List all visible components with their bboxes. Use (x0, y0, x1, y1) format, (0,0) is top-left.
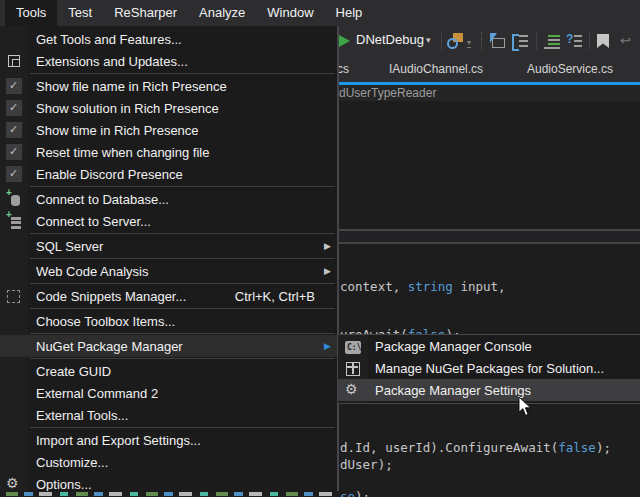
submenu-arrow-icon: ▶ (324, 341, 331, 351)
mouse-cursor (518, 396, 533, 418)
menu-item-package-manager-console[interactable]: Package Manager Console (338, 335, 640, 357)
menu-item-choose-toolbox-items[interactable]: Choose Toolbox Items... (0, 310, 337, 332)
code-line: se); (340, 489, 370, 497)
indent-lines-icon[interactable] (544, 35, 560, 49)
find-in-files-icon[interactable] (447, 33, 463, 49)
menu-bar: ToolsTestReSharperAnalyzeWindowHelp (0, 0, 640, 26)
menu-item-label: Show solution in Rich Presence (36, 101, 219, 116)
find-dropdown-icon[interactable]: ▾ (467, 38, 471, 48)
menu-item-label: Code Snippets Manager... (36, 289, 186, 304)
menu-item-show-solution-in-rich-presence[interactable]: Show solution in Rich Presence (0, 97, 337, 119)
menu-item-label: Create GUID (36, 364, 111, 379)
menu-item-label: Get Tools and Features... (36, 32, 182, 47)
menu-item-external-tools[interactable]: External Tools... (0, 404, 337, 426)
menu-item-external-command-2[interactable]: External Command 2 (0, 382, 337, 404)
menubar-item-help[interactable]: Help (325, 0, 374, 26)
code-segment: input, (453, 279, 506, 294)
menu-item-show-time-in-rich-presence[interactable]: Show time in Rich Presence (0, 119, 337, 141)
pane-splitter[interactable] (337, 242, 640, 244)
server-add-icon (6, 213, 22, 229)
menu-item-icon-slot (0, 166, 28, 182)
menu-item-label: NuGet Package Manager (36, 339, 183, 354)
gear-icon (345, 382, 361, 398)
menubar-item-window[interactable]: Window (256, 0, 324, 26)
menu-item-icon-slot (338, 339, 368, 354)
menu-item-enable-discord-presence[interactable]: Enable Discord Presence (0, 163, 337, 185)
nuget-submenu: Package Manager ConsoleManage NuGet Pack… (337, 334, 640, 404)
toolbar-separator (481, 32, 483, 50)
pane-splitter-band (337, 231, 640, 242)
menu-item-import-and-export-settings[interactable]: Import and Export Settings... (0, 429, 337, 451)
menu-item-options[interactable]: Options... (0, 473, 337, 491)
extensions-icon (6, 53, 22, 69)
menu-item-nuget-package-manager[interactable]: NuGet Package Manager▶ (0, 335, 337, 357)
menu-separator (30, 427, 335, 428)
breadcrumb-type[interactable]: dUserTypeReader (339, 86, 436, 100)
gear-icon (6, 476, 22, 491)
run-config-label[interactable]: DNetDebug (356, 32, 424, 47)
undo-disabled-icon: ↩ (620, 33, 631, 48)
checkmark-icon (6, 144, 22, 160)
menu-separator (30, 73, 335, 74)
menu-item-label: Package Manager Console (375, 339, 532, 354)
menu-item-label: Web Code Analysis (36, 264, 149, 279)
menu-item-label: Show file name in Rich Presence (36, 79, 227, 94)
menu-item-label: Import and Export Settings... (36, 433, 201, 448)
bookmark-icon[interactable] (597, 34, 609, 48)
menu-item-label: Options... (36, 477, 92, 492)
menu-item-label: Customize... (36, 455, 108, 470)
menu-item-label: Extensions and Updates... (36, 54, 188, 69)
menu-item-connect-to-server[interactable]: Connect to Server... (0, 210, 337, 232)
menu-item-extensions-and-updates[interactable]: Extensions and Updates... (0, 50, 337, 72)
menu-item-icon-slot (0, 122, 28, 138)
tab-iaudiochannel-cs[interactable]: IAudioChannel.cs (389, 62, 483, 76)
menu-item-label: SQL Server (36, 239, 103, 254)
menu-separator (30, 186, 335, 187)
menu-item-icon-slot (0, 288, 28, 304)
run-play-icon[interactable] (339, 35, 350, 47)
menu-item-label: External Command 2 (36, 386, 158, 401)
submenu-arrow-icon: ▶ (324, 241, 331, 251)
menu-item-icon-slot (0, 213, 28, 229)
menu-item-connect-to-database[interactable]: Connect to Database... (0, 188, 337, 210)
menu-item-shortcut: Ctrl+K, Ctrl+B (235, 289, 315, 304)
clipped-code-line (6, 492, 334, 496)
menubar-item-tools[interactable]: Tools (5, 0, 57, 26)
menu-item-code-snippets-manager[interactable]: Code Snippets Manager...Ctrl+K, Ctrl+B (0, 285, 337, 307)
menu-item-reset-time-when-changing-file[interactable]: Reset time when changing file (0, 141, 337, 163)
menu-item-show-file-name-in-rich-presence[interactable]: Show file name in Rich Presence (0, 75, 337, 97)
menubar-item-resharper[interactable]: ReSharper (103, 0, 188, 26)
menu-item-icon-slot (338, 360, 368, 376)
checkmark-icon (6, 78, 22, 94)
toolbar-separator (589, 32, 590, 50)
checkmark-icon (6, 100, 22, 116)
package-icon (345, 360, 361, 376)
menu-item-get-tools-and-features[interactable]: Get Tools and Features... (0, 28, 337, 50)
checkmark-icon (6, 122, 22, 138)
code-segment: ); (355, 489, 370, 497)
menu-item-icon-slot (338, 382, 368, 398)
navigate-to-icon[interactable] (489, 33, 505, 49)
code-line: d.Id, userId).ConfigureAwait(false); (340, 440, 611, 455)
menubar-item-test[interactable]: Test (57, 0, 103, 26)
code-line: context, string input, (340, 279, 506, 294)
menu-item-icon-slot (0, 53, 28, 69)
code-segment: d.Id, userId).ConfigureAwait( (340, 440, 558, 455)
database-add-icon (6, 191, 22, 207)
menu-item-customize[interactable]: Customize... (0, 451, 337, 473)
console-icon (345, 341, 361, 354)
menu-item-package-manager-settings[interactable]: Package Manager Settings (338, 379, 640, 401)
menu-item-create-guid[interactable]: Create GUID (0, 360, 337, 382)
snippets-icon (6, 288, 22, 304)
help-lines-icon[interactable] (566, 34, 582, 48)
code-segment: ); (596, 440, 611, 455)
menu-item-icon-slot (0, 476, 28, 491)
paste-append-icon[interactable] (512, 33, 528, 49)
menu-item-manage-nuget-packages-for-solution[interactable]: Manage NuGet Packages for Solution... (338, 357, 640, 379)
menu-item-sql-server[interactable]: SQL Server▶ (0, 235, 337, 257)
menubar-item-analyze[interactable]: Analyze (188, 0, 256, 26)
run-config-dropdown-icon[interactable]: ▾ (426, 35, 431, 45)
tab-audioservice-cs[interactable]: AudioService.cs (527, 62, 613, 76)
menu-item-label: External Tools... (36, 408, 128, 423)
menu-item-web-code-analysis[interactable]: Web Code Analysis▶ (0, 260, 337, 282)
